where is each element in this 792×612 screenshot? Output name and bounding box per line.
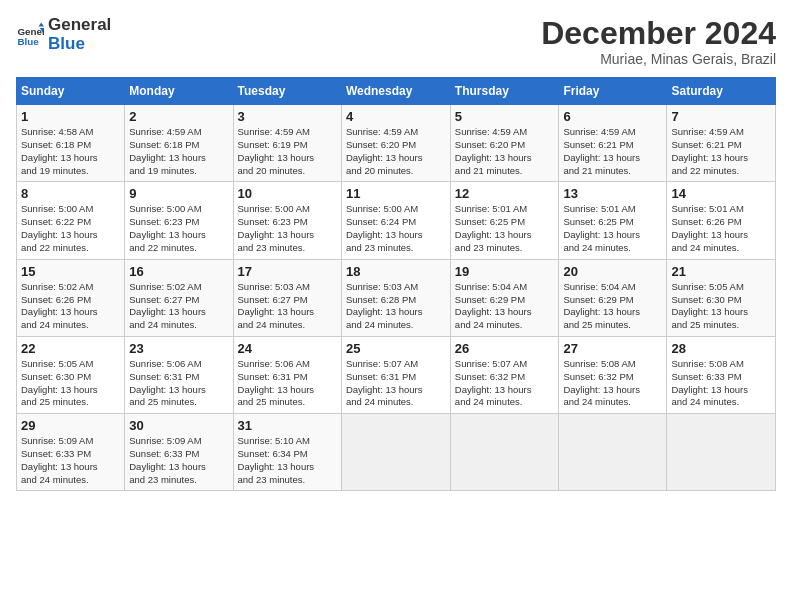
calendar-day-cell [667, 414, 776, 491]
calendar-week-row: 15Sunrise: 5:02 AMSunset: 6:26 PMDayligh… [17, 259, 776, 336]
calendar-day-cell: 22Sunrise: 5:05 AMSunset: 6:30 PMDayligh… [17, 336, 125, 413]
calendar-body: 1Sunrise: 4:58 AMSunset: 6:18 PMDaylight… [17, 105, 776, 491]
day-number: 16 [129, 264, 228, 279]
day-info: Sunrise: 5:00 AMSunset: 6:23 PMDaylight:… [129, 203, 228, 254]
calendar-day-cell: 23Sunrise: 5:06 AMSunset: 6:31 PMDayligh… [125, 336, 233, 413]
calendar-day-cell: 20Sunrise: 5:04 AMSunset: 6:29 PMDayligh… [559, 259, 667, 336]
day-number: 23 [129, 341, 228, 356]
calendar-day-cell [341, 414, 450, 491]
subtitle: Muriae, Minas Gerais, Brazil [541, 51, 776, 67]
day-number: 27 [563, 341, 662, 356]
calendar-week-row: 22Sunrise: 5:05 AMSunset: 6:30 PMDayligh… [17, 336, 776, 413]
calendar-day-cell [559, 414, 667, 491]
day-number: 11 [346, 186, 446, 201]
day-number: 9 [129, 186, 228, 201]
calendar-day-cell: 31Sunrise: 5:10 AMSunset: 6:34 PMDayligh… [233, 414, 341, 491]
calendar-week-row: 1Sunrise: 4:58 AMSunset: 6:18 PMDaylight… [17, 105, 776, 182]
svg-marker-2 [38, 22, 44, 26]
calendar-day-cell: 27Sunrise: 5:08 AMSunset: 6:32 PMDayligh… [559, 336, 667, 413]
calendar-day-cell: 18Sunrise: 5:03 AMSunset: 6:28 PMDayligh… [341, 259, 450, 336]
day-number: 20 [563, 264, 662, 279]
day-info: Sunrise: 5:05 AMSunset: 6:30 PMDaylight:… [671, 281, 771, 332]
calendar-day-cell: 24Sunrise: 5:06 AMSunset: 6:31 PMDayligh… [233, 336, 341, 413]
header-row: General Blue General Blue December 2024 … [16, 16, 776, 67]
day-number: 22 [21, 341, 120, 356]
day-number: 3 [238, 109, 337, 124]
calendar-day-cell: 16Sunrise: 5:02 AMSunset: 6:27 PMDayligh… [125, 259, 233, 336]
day-info: Sunrise: 4:59 AMSunset: 6:19 PMDaylight:… [238, 126, 337, 177]
day-number: 2 [129, 109, 228, 124]
day-number: 17 [238, 264, 337, 279]
day-number: 1 [21, 109, 120, 124]
day-info: Sunrise: 5:08 AMSunset: 6:32 PMDaylight:… [563, 358, 662, 409]
page-container: General Blue General Blue December 2024 … [0, 0, 792, 501]
calendar-day-cell: 11Sunrise: 5:00 AMSunset: 6:24 PMDayligh… [341, 182, 450, 259]
day-info: Sunrise: 5:06 AMSunset: 6:31 PMDaylight:… [129, 358, 228, 409]
day-info: Sunrise: 5:09 AMSunset: 6:33 PMDaylight:… [21, 435, 120, 486]
logo-line1: General [48, 16, 111, 35]
day-info: Sunrise: 5:09 AMSunset: 6:33 PMDaylight:… [129, 435, 228, 486]
day-of-week-header: Sunday [17, 78, 125, 105]
day-info: Sunrise: 5:07 AMSunset: 6:32 PMDaylight:… [455, 358, 555, 409]
calendar-table: SundayMondayTuesdayWednesdayThursdayFrid… [16, 77, 776, 491]
day-info: Sunrise: 5:08 AMSunset: 6:33 PMDaylight:… [671, 358, 771, 409]
day-info: Sunrise: 4:59 AMSunset: 6:21 PMDaylight:… [671, 126, 771, 177]
calendar-day-cell: 7Sunrise: 4:59 AMSunset: 6:21 PMDaylight… [667, 105, 776, 182]
calendar-day-cell: 4Sunrise: 4:59 AMSunset: 6:20 PMDaylight… [341, 105, 450, 182]
calendar-day-cell: 14Sunrise: 5:01 AMSunset: 6:26 PMDayligh… [667, 182, 776, 259]
day-number: 8 [21, 186, 120, 201]
calendar-day-cell: 12Sunrise: 5:01 AMSunset: 6:25 PMDayligh… [450, 182, 559, 259]
calendar-day-cell: 17Sunrise: 5:03 AMSunset: 6:27 PMDayligh… [233, 259, 341, 336]
day-info: Sunrise: 5:02 AMSunset: 6:27 PMDaylight:… [129, 281, 228, 332]
day-number: 5 [455, 109, 555, 124]
calendar-day-cell [450, 414, 559, 491]
day-info: Sunrise: 5:07 AMSunset: 6:31 PMDaylight:… [346, 358, 446, 409]
calendar-day-cell: 29Sunrise: 5:09 AMSunset: 6:33 PMDayligh… [17, 414, 125, 491]
logo-icon: General Blue [16, 21, 44, 49]
calendar-day-cell: 13Sunrise: 5:01 AMSunset: 6:25 PMDayligh… [559, 182, 667, 259]
day-of-week-header: Wednesday [341, 78, 450, 105]
day-of-week-header: Tuesday [233, 78, 341, 105]
day-info: Sunrise: 4:59 AMSunset: 6:21 PMDaylight:… [563, 126, 662, 177]
calendar-day-cell: 9Sunrise: 5:00 AMSunset: 6:23 PMDaylight… [125, 182, 233, 259]
day-number: 18 [346, 264, 446, 279]
day-info: Sunrise: 5:04 AMSunset: 6:29 PMDaylight:… [563, 281, 662, 332]
day-info: Sunrise: 5:00 AMSunset: 6:22 PMDaylight:… [21, 203, 120, 254]
day-info: Sunrise: 4:59 AMSunset: 6:20 PMDaylight:… [455, 126, 555, 177]
calendar-day-cell: 25Sunrise: 5:07 AMSunset: 6:31 PMDayligh… [341, 336, 450, 413]
day-number: 30 [129, 418, 228, 433]
calendar-week-row: 29Sunrise: 5:09 AMSunset: 6:33 PMDayligh… [17, 414, 776, 491]
logo: General Blue General Blue [16, 16, 111, 53]
day-of-week-header: Monday [125, 78, 233, 105]
day-info: Sunrise: 5:01 AMSunset: 6:25 PMDaylight:… [563, 203, 662, 254]
day-number: 7 [671, 109, 771, 124]
calendar-day-cell: 6Sunrise: 4:59 AMSunset: 6:21 PMDaylight… [559, 105, 667, 182]
day-number: 21 [671, 264, 771, 279]
day-info: Sunrise: 5:10 AMSunset: 6:34 PMDaylight:… [238, 435, 337, 486]
calendar-day-cell: 3Sunrise: 4:59 AMSunset: 6:19 PMDaylight… [233, 105, 341, 182]
day-number: 6 [563, 109, 662, 124]
calendar-header: SundayMondayTuesdayWednesdayThursdayFrid… [17, 78, 776, 105]
day-number: 29 [21, 418, 120, 433]
day-info: Sunrise: 5:03 AMSunset: 6:27 PMDaylight:… [238, 281, 337, 332]
day-info: Sunrise: 5:02 AMSunset: 6:26 PMDaylight:… [21, 281, 120, 332]
day-number: 14 [671, 186, 771, 201]
calendar-day-cell: 5Sunrise: 4:59 AMSunset: 6:20 PMDaylight… [450, 105, 559, 182]
calendar-day-cell: 19Sunrise: 5:04 AMSunset: 6:29 PMDayligh… [450, 259, 559, 336]
day-info: Sunrise: 5:01 AMSunset: 6:25 PMDaylight:… [455, 203, 555, 254]
day-of-week-header: Saturday [667, 78, 776, 105]
day-number: 31 [238, 418, 337, 433]
day-number: 26 [455, 341, 555, 356]
calendar-day-cell: 10Sunrise: 5:00 AMSunset: 6:23 PMDayligh… [233, 182, 341, 259]
day-number: 25 [346, 341, 446, 356]
calendar-day-cell: 21Sunrise: 5:05 AMSunset: 6:30 PMDayligh… [667, 259, 776, 336]
day-number: 10 [238, 186, 337, 201]
day-number: 15 [21, 264, 120, 279]
day-info: Sunrise: 4:59 AMSunset: 6:18 PMDaylight:… [129, 126, 228, 177]
title-block: December 2024 Muriae, Minas Gerais, Braz… [541, 16, 776, 67]
day-info: Sunrise: 5:03 AMSunset: 6:28 PMDaylight:… [346, 281, 446, 332]
day-of-week-header: Thursday [450, 78, 559, 105]
day-info: Sunrise: 4:59 AMSunset: 6:20 PMDaylight:… [346, 126, 446, 177]
calendar-day-cell: 1Sunrise: 4:58 AMSunset: 6:18 PMDaylight… [17, 105, 125, 182]
calendar-day-cell: 30Sunrise: 5:09 AMSunset: 6:33 PMDayligh… [125, 414, 233, 491]
